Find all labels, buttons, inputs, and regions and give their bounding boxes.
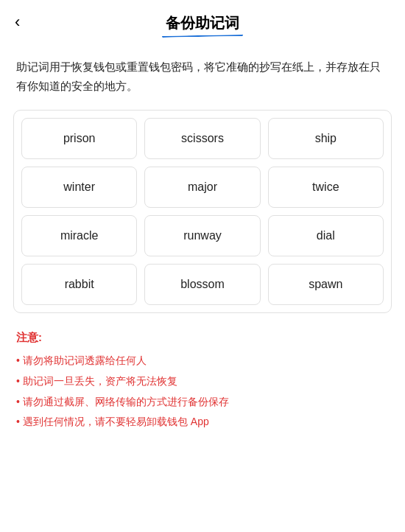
title-wrapper: 备份助记词 <box>166 13 239 37</box>
mnemonic-word: ship <box>268 118 384 159</box>
description-text: 助记词用于恢复钱包或重置钱包密码，将它准确的抄写在纸上，并存放在只有你知道的安全… <box>0 44 405 110</box>
mnemonic-word: dial <box>268 215 384 256</box>
back-icon[interactable]: ‹ <box>15 13 20 32</box>
notice-item-text: 助记词一旦丢失，资产将无法恢复 <box>23 373 177 391</box>
mnemonic-word: blossom <box>144 264 260 305</box>
notice-items-container: •请勿将助记词透露给任何人•助记词一旦丢失，资产将无法恢复•请勿通过截屏、网络传… <box>16 352 389 431</box>
notice-item-text: 请勿将助记词透露给任何人 <box>23 352 147 370</box>
notice-item: •助记词一旦丢失，资产将无法恢复 <box>16 373 389 391</box>
notice-bullet: • <box>16 373 20 391</box>
mnemonic-word: rabbit <box>21 264 137 305</box>
mnemonic-word: winter <box>21 167 137 208</box>
header: ‹ 备份助记词 <box>0 0 405 44</box>
notice-item: •请勿将助记词透露给任何人 <box>16 352 389 370</box>
mnemonic-word: runway <box>144 215 260 256</box>
notice-bullet: • <box>16 393 20 411</box>
notice-title: 注意: <box>16 331 389 345</box>
mnemonic-word: major <box>144 167 260 208</box>
mnemonic-word: prison <box>21 118 137 159</box>
notice-item-text: 遇到任何情况，请不要轻易卸载钱包 App <box>23 413 209 431</box>
notice-bullet: • <box>16 352 20 370</box>
mnemonic-word: spawn <box>268 264 384 305</box>
notice-item: •请勿通过截屏、网络传输的方式进行备份保存 <box>16 393 389 411</box>
notice-item: •遇到任何情况，请不要轻易卸载钱包 App <box>16 413 389 431</box>
mnemonic-word: scissors <box>144 118 260 159</box>
title-underline-decoration <box>162 34 243 38</box>
notice-bullet: • <box>16 413 20 431</box>
mnemonic-grid: prisonscissorsshipwintermajortwicemiracl… <box>21 118 384 305</box>
notice-section: 注意: •请勿将助记词透露给任何人•助记词一旦丢失，资产将无法恢复•请勿通过截屏… <box>0 313 405 449</box>
notice-item-text: 请勿通过截屏、网络传输的方式进行备份保存 <box>23 393 229 411</box>
page-title: 备份助记词 <box>166 13 239 33</box>
mnemonic-grid-wrapper: prisonscissorsshipwintermajortwicemiracl… <box>13 110 392 313</box>
mnemonic-word: miracle <box>21 215 137 256</box>
mnemonic-word: twice <box>268 167 384 208</box>
